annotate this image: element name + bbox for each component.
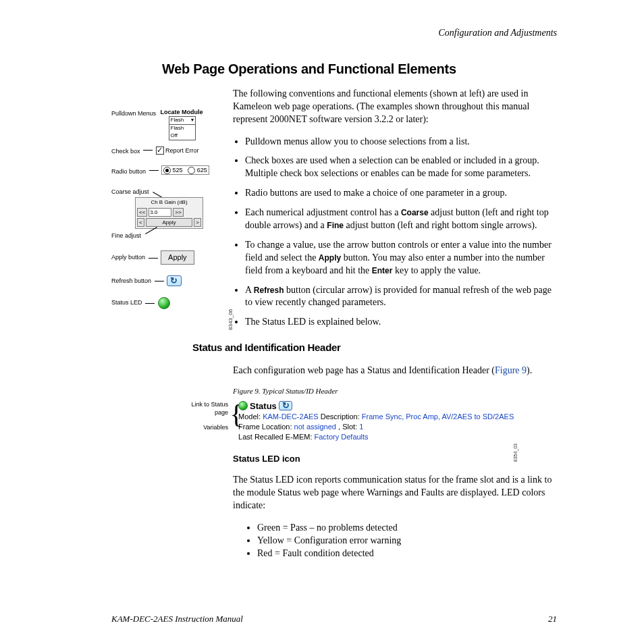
intro-paragraph: The following conventions and functional… [233,88,557,126]
section-status-header: Status and Identification Header [192,341,557,354]
radio-sample-off [188,167,195,174]
chevron-down-icon: ▾ [191,117,194,124]
fine-left-button: < [137,218,144,227]
status-led-small-icon [238,401,248,410]
label-radio: Radio button [111,166,146,176]
page-number: 21 [548,613,557,625]
apply-button-sample: Apply [161,250,194,265]
bullet: Each numerical adjustment control has a … [245,207,557,232]
refresh-icon [167,275,182,286]
label-fine: Fine adjust [111,230,141,240]
functional-elements-diagram: Pulldown Menus Locate Module Flash▾ Flas… [111,108,230,309]
footer-title: KAM-DEC-2AES Instruction Manual [111,614,243,624]
page-title: Web Page Operations and Functional Eleme… [162,60,557,78]
section-status-led: Status LED icon [233,453,557,465]
bullet: To change a value, use the arrow button … [245,239,557,277]
label-led: Status LED [111,297,142,306]
bullet: Radio buttons are used to make a choice … [245,187,557,200]
value-field [149,208,171,217]
bullet: The Status LED is explained below. [245,316,557,329]
coarse-fine-control: Ch B Gain (dB) << >> < Apply > [135,197,203,229]
figure-caption: Figure 9. Typical Status/ID Header [233,386,557,396]
label-apply: Apply button [111,250,145,261]
coarse-right-button: >> [173,208,183,217]
led-paragraph: The Status LED icon reports communicatio… [233,474,557,512]
coarse-left-button: << [137,208,147,217]
label-variables: Variables [189,423,228,431]
bullet: A Refresh button (circular arrow) is pro… [245,284,557,310]
radio-sample-on [163,167,171,174]
bullet: Pulldown menus allow you to choose selec… [245,136,557,149]
label-checkbox: Check box [111,146,140,155]
led-color-list: Green = Pass – no problems detected Yell… [245,522,557,560]
running-header: Configuration and Adjustments [111,27,557,40]
label-pulldown: Pulldown Menus [111,108,156,117]
status-led-icon [158,297,170,309]
checkbox-sample [156,146,164,155]
label-coarse: Coarse adjust [111,186,149,196]
figure-link[interactable]: Figure 9 [495,365,527,375]
page-footer: KAM-DEC-2AES Instruction Manual 21 [111,613,557,625]
led-item: Green = Pass – no problems detected [257,522,557,535]
apply-small-button: Apply [146,218,193,227]
locate-module-title: Locate Module [161,108,203,116]
led-item: Red = Fault condition detected [257,547,557,560]
status-header-diagram: Link to Status page Variables { Status M… [189,400,557,442]
led-item: Yellow = Configuration error warning [257,535,557,547]
features-list: Pulldown menus allow you to choose selec… [233,136,557,329]
status-paragraph: Each configuration web page has a Status… [233,365,557,377]
diagram-code: 8343_06 [227,309,235,330]
diagram2-code: 8354_03 [510,444,520,462]
pulldown-sample: Flash▾ Flash Off [169,116,196,140]
brace-icon: { [230,403,237,426]
bullet: Check boxes are used when a selection ca… [245,155,557,180]
label-link-status: Link to Status page [189,400,228,417]
label-refresh: Refresh button [111,275,151,285]
status-link: Status [250,401,277,411]
fine-right-button: > [194,218,201,227]
refresh-small-icon [279,401,292,410]
